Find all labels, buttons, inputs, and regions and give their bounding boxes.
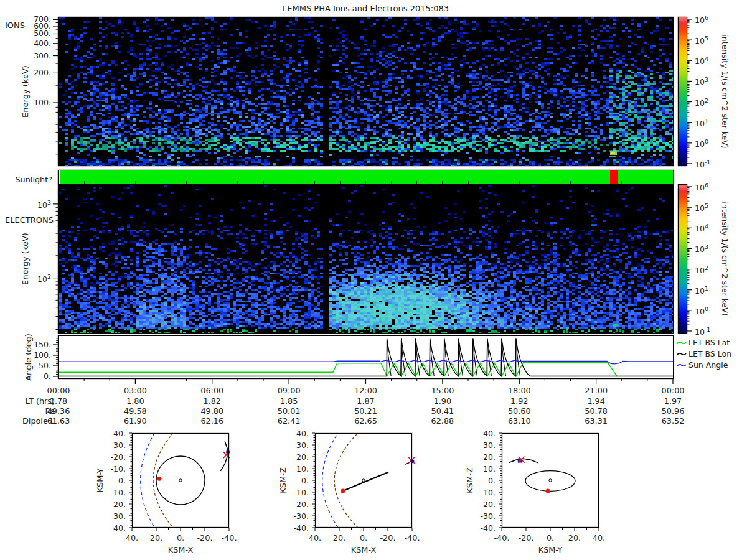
orbit-xaxis-label: KSM-Y [519, 545, 581, 554]
angle-legend: LET BS LatLET BS LonSun Angle [676, 338, 731, 371]
orbit-ytick-label: -30. [285, 511, 309, 521]
legend-label: LET BS Lon [688, 349, 731, 358]
legend-line-swatch [676, 340, 687, 346]
orbit-ytick-label: -20. [102, 452, 126, 462]
colorbar-tick-label: 106 [695, 14, 722, 25]
sunlight-hour-tick [621, 181, 622, 184]
orbit-ytick-label: 0. [472, 476, 496, 485]
electron-energy-axis-label: Energy (keV) [21, 215, 29, 302]
sunlight-bar [59, 170, 673, 184]
angle-yaxis-tick-label: 50. [25, 361, 51, 370]
orbit-ytick-label: 10. [472, 464, 496, 474]
sunlight-hour-tick [263, 181, 264, 184]
angle-plot [59, 336, 673, 378]
orbit-xtick-label: 20. [326, 533, 353, 543]
ion-yaxis-tick-label: 500. [22, 29, 51, 38]
orbit-ytick-label: 40. [472, 429, 496, 438]
sunlight-hour-tick [570, 181, 571, 184]
angle-yaxis-tick-label: 0. [25, 371, 51, 381]
time-table-value: 50.96 [651, 406, 695, 416]
time-table-value: 50.01 [267, 406, 311, 416]
orbit-xtick-label: 40. [301, 533, 329, 543]
sunlight-hour-tick [391, 181, 392, 184]
time-table-value: 63.52 [651, 416, 695, 426]
orbit-ytick-label: -20. [285, 500, 309, 509]
ion-yaxis-tick-label: 400. [22, 39, 51, 48]
angle-yaxis-ticks [53, 336, 59, 379]
time-table-value: 62.88 [421, 416, 464, 426]
sunlight-hour-tick [442, 181, 443, 184]
sunlight-hour-tick [212, 181, 212, 184]
time-table-value: 1.82 [190, 396, 234, 406]
orbit-ytick-label: -10. [472, 488, 496, 497]
orbit-xtick-label: -20. [374, 533, 402, 543]
sunlight-hour-tick [110, 181, 110, 184]
legend-item-let-bs-lat: LET BS Lat [676, 338, 731, 347]
orbit-yaxis-label: KSM-Y [95, 452, 104, 508]
orbit-ytick-label: -40. [472, 523, 496, 533]
orbit-ytick-label: 20. [472, 452, 496, 462]
ion-yaxis-tick-label: 200. [22, 68, 51, 77]
sunlight-label: Sunlight? [2, 175, 52, 184]
sunlight-hour-tick [494, 181, 494, 184]
orbit-xtick-label: -40. [215, 533, 243, 543]
colorbar-tick-label: 101 [695, 118, 722, 128]
electron-spectrogram [59, 185, 673, 333]
orbit-xtick-label: 0. [537, 533, 564, 543]
orbit-xtick-label: 20. [561, 533, 588, 543]
orbit-ytick-label: 40. [102, 523, 126, 533]
time-table-value: 1.87 [344, 396, 388, 406]
colorbar-tick-label: 103 [695, 243, 722, 254]
electron-colorbar-ticks [687, 185, 693, 334]
orbit-ytick-label: -20. [472, 500, 496, 509]
orbit-plot-orbit_xy [132, 433, 229, 528]
legend-label: LET BS Lat [688, 338, 730, 347]
sunlight-hour-tick [84, 181, 85, 184]
legend-item-let-bs-lon: LET BS Lon [676, 349, 731, 358]
sunlight-hour-tick [237, 181, 238, 184]
sunlight-hour-tick [647, 181, 647, 184]
colorbar-tick-label: 100 [695, 306, 722, 316]
lemms-plot-page: LEMMS PHA Ions and Electrons 2015:083 IO… [0, 0, 747, 560]
time-tick-label: 06:00 [190, 386, 234, 395]
ion-colorbar [679, 17, 687, 166]
orbit-ytick-label: -30. [472, 511, 496, 521]
time-table-value: 50.21 [344, 406, 388, 416]
orbit-xtick-label: -40. [488, 533, 515, 543]
time-table-value: 49.80 [190, 406, 234, 416]
ion-colorbar-ticks [687, 17, 693, 166]
sunlight-hour-tick [340, 181, 341, 184]
colorbar-tick-label: 101 [695, 285, 722, 296]
orbit-ytick-label: 30. [285, 441, 309, 450]
orbit-ytick-label: -40. [102, 429, 126, 438]
time-table-value: 50.41 [421, 406, 464, 416]
angle-yaxis-tick-label: 100. [25, 350, 51, 360]
time-table-value: 49.58 [113, 406, 157, 416]
orbit-ytick-label: 30. [472, 441, 496, 450]
ion-yaxis-ticks [53, 17, 59, 166]
time-table-value: 62.16 [190, 416, 234, 426]
orbit-xtick-label: 20. [143, 533, 170, 543]
orbit-xaxis-label: KSM-X [149, 545, 212, 554]
orbit-yaxis-label: KSM-Z [278, 452, 287, 508]
legend-line-swatch [676, 351, 687, 357]
sunlight-hour-tick [135, 181, 136, 184]
time-table-value: 50.78 [575, 406, 618, 416]
orbit-ytick-label: 30. [102, 511, 126, 521]
time-table-value: 1.85 [267, 396, 311, 406]
legend-line-swatch [676, 362, 687, 368]
sunlight-segment-sunlit [60, 170, 610, 184]
orbit-plot-orbit_yz [502, 433, 599, 528]
orbit-xtick-label: 0. [350, 533, 377, 543]
orbit-xaxis-label: KSM-X [332, 545, 395, 554]
orbit-yaxis-label: KSM-Z [465, 452, 474, 508]
time-tick-label: 12:00 [344, 386, 388, 395]
orbit-ytick-label: -10. [285, 488, 309, 497]
colorbar-tick-label: 106 [695, 182, 722, 192]
electron-yaxis-tick-label: 103 [22, 199, 51, 210]
legend-label: Sun Angle [688, 360, 728, 370]
time-tick-label: 09:00 [267, 386, 311, 395]
time-tick-label: 00:00 [37, 386, 80, 395]
orbit-ytick-label: 0. [102, 476, 126, 485]
colorbar-tick-label: 102 [695, 97, 722, 108]
